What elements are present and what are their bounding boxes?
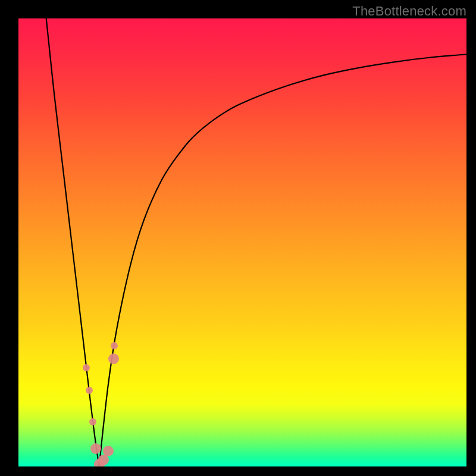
data-point — [90, 443, 101, 454]
curve-right-branch — [99, 54, 466, 466]
curve-left-branch — [46, 18, 99, 466]
data-point — [111, 342, 118, 349]
data-point — [86, 387, 93, 394]
bottleneck-curve — [18, 18, 466, 466]
data-point — [103, 446, 114, 456]
data-point — [83, 364, 90, 371]
watermark-text: TheBottleneck.com — [352, 4, 466, 19]
chart-frame: TheBottleneck.com — [0, 0, 476, 476]
data-point — [108, 353, 119, 364]
data-point — [89, 418, 96, 425]
plot-area — [18, 18, 466, 466]
